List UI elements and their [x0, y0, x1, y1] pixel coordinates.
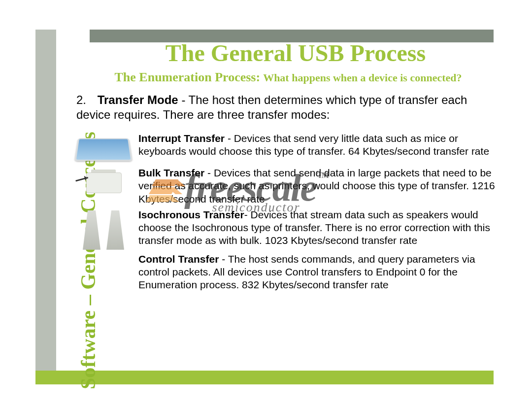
- decor-left-strip: [35, 30, 56, 384]
- transfer-rows: Interrupt Transfer - Devices that send v…: [76, 132, 498, 292]
- row-text: Control Transfer - The host sends comman…: [138, 253, 498, 292]
- intro-bold: Transfer Mode: [98, 93, 178, 106]
- row-bold: Control Transfer: [138, 253, 219, 265]
- row-interrupt: Interrupt Transfer - Devices that send v…: [76, 132, 498, 164]
- empty-icon: [76, 253, 131, 255]
- intro-number: 2.: [76, 93, 94, 107]
- slide-subtitle: The Enumeration Process: What happens wh…: [79, 70, 498, 85]
- row-control: Control Transfer - The host sends comman…: [76, 253, 498, 292]
- row-bulk: Bulk Transfer - Devices that send send d…: [76, 167, 498, 206]
- row-bold: Isochronous Transfer: [138, 209, 244, 220]
- slide-body: 2. Transfer Mode - The host then determi…: [76, 93, 498, 292]
- row-text: Bulk Transfer - Devices that send send d…: [138, 167, 498, 206]
- row-isochronous: Isochronous Transfer- Devices that strea…: [76, 208, 498, 250]
- slide-title: The General USB Process: [94, 39, 498, 67]
- subtitle-rest: What happens when a device is connected?: [263, 71, 462, 84]
- row-text: Isochronous Transfer- Devices that strea…: [138, 208, 498, 247]
- row-bold: Bulk Transfer: [138, 167, 204, 178]
- keyboard-icon: [76, 132, 131, 164]
- speakers-icon: [76, 208, 131, 250]
- row-text: Interrupt Transfer - Devices that send v…: [138, 132, 498, 158]
- decor-bottom-bar: [35, 371, 494, 384]
- slide: Software – General Concepts The General …: [0, 0, 532, 411]
- row-bold: Interrupt Transfer: [138, 133, 225, 144]
- subtitle-strong: The Enumeration Process:: [115, 70, 261, 84]
- intro-paragraph: 2. Transfer Mode - The host then determi…: [76, 93, 498, 122]
- printer-icon: [76, 167, 131, 196]
